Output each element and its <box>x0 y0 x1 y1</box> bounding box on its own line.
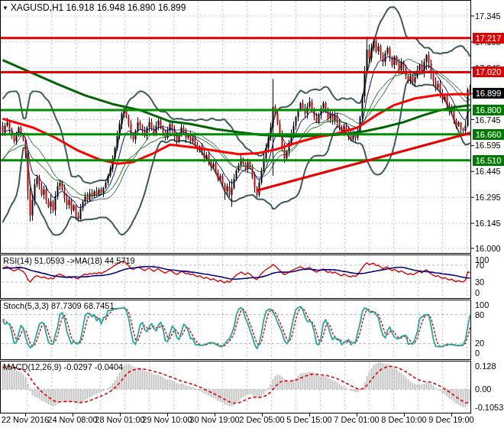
macd-tick-label: -0.1053 <box>475 403 503 412</box>
chart-title-text: XAGUSD,H1 16.918 16.948 16.890 16.899 <box>11 2 186 13</box>
macd-tick-label: 0.128 <box>475 362 496 371</box>
macd-indicator-label: MACD(12,26,9) -0.0297 -0.0404 <box>3 362 123 371</box>
price-tick-label: 16.595 <box>475 141 501 150</box>
mt4-chart-window: ▼XAGUSD,H1 16.918 16.948 16.890 16.899 R… <box>0 0 504 428</box>
price-tick-label: 16.000 <box>475 244 501 253</box>
price-level-badge[interactable]: 17.020 <box>473 66 504 77</box>
time-tick-label: 2 Dec 05:00 <box>239 415 284 424</box>
time-tick-label: 29 Nov 10:00 <box>142 415 192 424</box>
rsi-tick-label: 0 <box>475 288 480 297</box>
rsi-tick-label: 70 <box>475 261 484 270</box>
symbol-dropdown-icon[interactable]: ▼ <box>2 5 8 11</box>
stoch-tick-label: 100 <box>475 300 489 310</box>
price-tick-label: 16.145 <box>475 219 501 228</box>
time-tick-label: 22 Nov 2016 <box>2 415 49 424</box>
chart-title: ▼XAGUSD,H1 16.918 16.948 16.890 16.899 <box>2 2 186 13</box>
time-tick-label: 9 Dec 19:00 <box>428 415 473 424</box>
time-tick-label: 28 Nov 01:00 <box>95 415 144 424</box>
price-tick-label: 17.345 <box>475 11 501 21</box>
price-level-badge[interactable]: 16.800 <box>473 105 504 115</box>
price-tick-label: 16.295 <box>475 193 501 202</box>
stoch-tick-label: 0 <box>475 349 480 358</box>
rsi-indicator-label: RSI(14) 51.0593 ->MA(18) 44.5719 <box>3 256 135 265</box>
time-tick-label: 30 Nov 19:00 <box>189 415 239 424</box>
time-tick-label: 24 Nov 08:00 <box>47 415 97 424</box>
price-level-badge[interactable]: 16.510 <box>473 155 504 166</box>
macd-tick-label: 0.00 <box>475 384 491 394</box>
price-tick-label: 16.745 <box>475 115 501 125</box>
price-level-badge[interactable]: 16.899 <box>473 88 504 99</box>
stoch-tick-label: 20 <box>475 339 484 348</box>
stoch-indicator-label: Stoch(5,3,3) 87.7309 68.7451 <box>3 301 115 310</box>
price-tick-label: 16.445 <box>475 167 501 176</box>
rsi-tick-label: 30 <box>475 277 484 287</box>
time-tick-label: 7 Dec 01:00 <box>334 415 379 424</box>
time-tick-label: 5 Dec 15:00 <box>286 415 331 424</box>
price-level-badge[interactable]: 16.660 <box>473 129 504 140</box>
stoch-tick-label: 80 <box>475 310 484 319</box>
price-level-badge[interactable]: 17.217 <box>473 33 504 44</box>
time-tick-label: 8 Dec 10:00 <box>381 415 426 424</box>
